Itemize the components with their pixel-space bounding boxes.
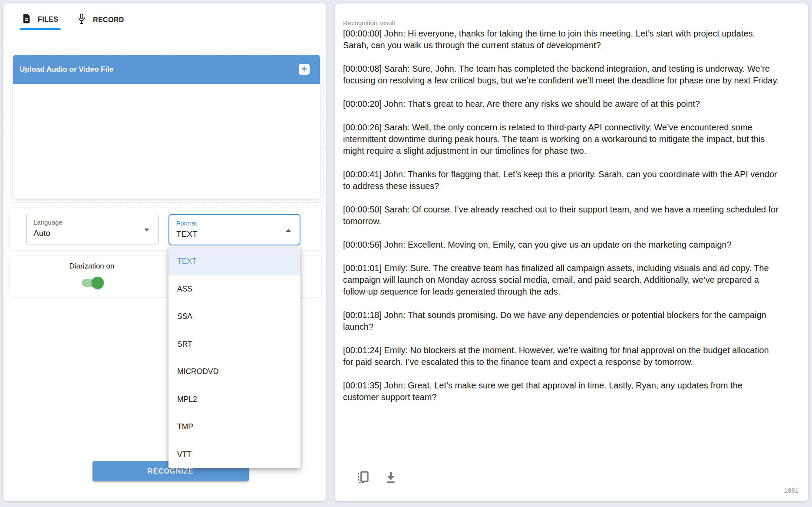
language-select-label: Language	[33, 219, 63, 226]
format-option-microdvd[interactable]: MICRODVD	[168, 358, 300, 386]
chevron-down-icon	[144, 229, 149, 232]
format-option-vtt[interactable]: VTT	[168, 441, 300, 469]
divider	[3, 47, 326, 47]
transcript-paragraph: [00:01:18] John: That sounds promising. …	[343, 309, 779, 333]
divider	[343, 456, 799, 456]
format-select-label: Format	[176, 219, 197, 227]
download-icon	[384, 471, 398, 486]
copy-icon	[356, 471, 370, 486]
plus-icon	[301, 66, 307, 73]
toggle-knob	[92, 277, 104, 289]
settings-card: Language Auto Format TEXT	[10, 208, 321, 250]
transcript-paragraph: [00:01:24] Emily: No blockers at the mom…	[343, 345, 779, 368]
microphone-icon	[76, 13, 87, 27]
diarization-toggle[interactable]	[82, 279, 102, 287]
download-button[interactable]	[381, 468, 400, 487]
format-option-tmp[interactable]: TMP	[168, 413, 300, 441]
transcript-paragraph: [00:00:08] Sarah: Sure, John. The team h…	[343, 63, 779, 86]
language-select-value: Auto	[33, 229, 50, 238]
active-tab-indicator	[20, 28, 61, 30]
format-select-value: TEXT	[176, 229, 198, 239]
character-count: 1881	[784, 487, 799, 494]
format-select[interactable]: Format TEXT	[168, 214, 300, 245]
format-option-ass[interactable]: ASS	[168, 275, 300, 303]
upload-header: Upload Audio or Video File	[13, 55, 320, 84]
transcript-text: [00:00:00] John: Hi everyone, thanks for…	[343, 28, 779, 454]
add-file-button[interactable]	[299, 64, 310, 75]
transcript-paragraph: [00:00:41] John: Thanks for flagging tha…	[343, 169, 779, 192]
format-option-srt[interactable]: SRT	[168, 331, 300, 358]
result-label: Recognition result	[343, 19, 395, 27]
diarization-column: Diarization on	[10, 256, 174, 297]
recognition-result-panel: Recognition result [00:00:00] John: Hi e…	[335, 3, 808, 501]
transcript-paragraph: [00:00:20] John: That’s great to hear. A…	[343, 98, 779, 110]
upload-panel: FILES RECORD Upload Audio or Video File	[3, 3, 326, 501]
transcript-paragraph: [00:00:56] John: Excellent. Moving on, E…	[343, 239, 779, 251]
transcript-paragraph: [00:01:35] John: Great. Let’s make sure …	[343, 380, 779, 403]
transcript-paragraph: [00:00:26] Sarah: Well, the only concern…	[343, 122, 779, 157]
format-options-menu: TEXT ASS SSA SRT MICRODVD MPL2 TMP VTT	[168, 248, 300, 468]
chevron-up-icon	[286, 229, 291, 232]
language-select[interactable]: Language Auto	[26, 214, 158, 245]
tab-record-label: RECORD	[93, 16, 124, 24]
document-icon	[21, 13, 32, 26]
transcript-paragraph: [00:00:50] Sarah: Of course. I’ve alread…	[343, 204, 779, 227]
upload-title: Upload Audio or Video File	[20, 65, 113, 74]
tab-files-label: FILES	[38, 16, 58, 23]
tab-files[interactable]: FILES	[21, 13, 58, 26]
diarization-label: Diarization on	[69, 262, 115, 271]
format-option-mpl2[interactable]: MPL2	[168, 386, 300, 414]
upload-card: Upload Audio or Video File	[13, 55, 320, 199]
transcript-paragraph: [00:01:01] Emily: Sure. The creative tea…	[343, 262, 779, 298]
copy-button[interactable]	[353, 468, 373, 487]
transcript-paragraph: [00:00:00] John: Hi everyone, thanks for…	[343, 28, 779, 51]
tab-record[interactable]: RECORD	[76, 13, 124, 27]
format-option-ssa[interactable]: SSA	[168, 303, 300, 331]
format-option-text[interactable]: TEXT	[168, 248, 300, 275]
